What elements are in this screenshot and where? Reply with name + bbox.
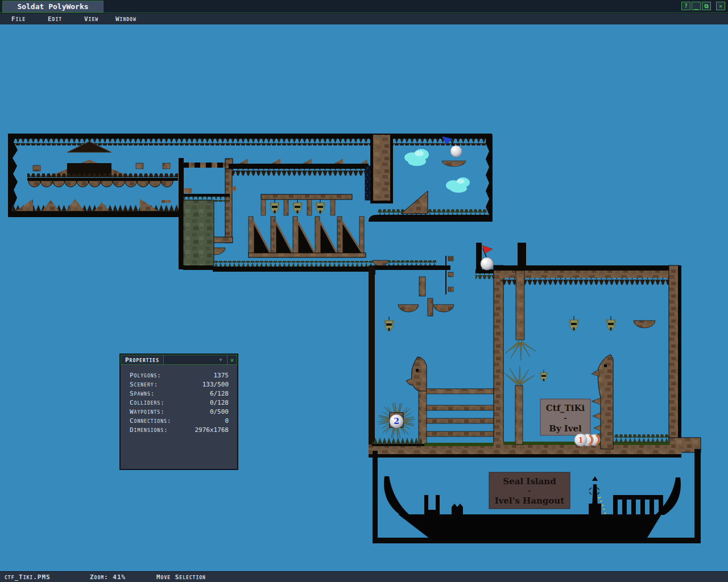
property-value: 2976x1768 <box>195 426 229 435</box>
status-bar: ctf_Tiki.PMS Zoom: 41% Move Selection <box>0 571 728 582</box>
properties-panel-title: Properties <box>121 355 164 364</box>
property-value: 0/500 <box>210 408 229 417</box>
property-label: Dimensions: <box>130 426 168 435</box>
sign-line: - <box>564 414 566 422</box>
sign-line: Ivel's Hangout <box>495 496 564 506</box>
minimize-button[interactable]: _ <box>692 2 701 10</box>
property-value: 0/128 <box>210 399 229 408</box>
menu-view[interactable]: View <box>84 15 98 23</box>
property-label: Scenery: <box>130 381 158 390</box>
close-button[interactable]: ✕ <box>716 2 725 10</box>
menu-file[interactable]: File <box>11 15 26 23</box>
property-row-scenery: Scenery: 133/500 <box>130 381 229 390</box>
property-row-polygons: Polygons: 1375 <box>130 372 229 381</box>
property-row-colliders: Colliders: 0/128 <box>130 399 229 408</box>
title-bar: Soldat PolyWorks ? _ ⧉ ✕ <box>0 0 728 13</box>
property-row-dimensions: Dimensions: 2976x1768 <box>130 426 229 435</box>
status-filename: ctf_Tiki.PMS <box>5 573 51 581</box>
help-button[interactable]: ? <box>681 2 690 10</box>
property-value: 6/128 <box>210 390 229 399</box>
menu-window[interactable]: Window <box>115 15 136 23</box>
properties-panel: Properties ▼ ✕ Polygons: 1375 Scenery: 1… <box>119 354 238 470</box>
property-label: Colliders: <box>130 399 165 408</box>
property-label: Connections: <box>130 417 171 426</box>
property-value: 1375 <box>214 372 229 381</box>
property-label: Spawns: <box>130 390 155 399</box>
property-value: 0 <box>225 417 229 426</box>
property-row-spawns: Spawns: 6/128 <box>130 390 229 399</box>
shell-number: 1 <box>578 436 583 444</box>
property-value: 133/500 <box>202 381 229 390</box>
sign-line: Ctf_TiKi <box>546 403 585 413</box>
property-row-waypoints: Waypoints: 0/500 <box>130 408 229 417</box>
properties-panel-header[interactable]: Properties ▼ ✕ <box>121 355 237 365</box>
window-title: Soldat PolyWorks <box>2 1 104 13</box>
restore-button[interactable]: ⧉ <box>702 2 711 10</box>
sign-line: - <box>528 487 531 495</box>
chevron-down-icon[interactable]: ▼ <box>214 355 227 364</box>
property-label: Polygons: <box>130 372 162 381</box>
menu-edit[interactable]: Edit <box>48 15 62 23</box>
properties-panel-spacer <box>164 355 214 364</box>
properties-panel-body: Polygons: 1375 Scenery: 133/500 Spawns: … <box>121 365 237 435</box>
map-canvas[interactable]: 2 Ctf_TiKi - By Ivel 1 <box>0 24 728 571</box>
property-row-connections: Connections: 0 <box>130 417 229 426</box>
menu-bar: File Edit View Window <box>0 14 728 24</box>
property-label: Waypoints: <box>130 408 165 417</box>
status-active-tool: Move Selection <box>156 573 206 581</box>
canvas-background <box>0 24 728 571</box>
status-zoom-level: Zoom: 41% <box>90 573 126 581</box>
spawn-number: 2 <box>394 417 399 426</box>
sign-line: Seal Island <box>503 476 556 487</box>
map-title-sign: Ctf_TiKi - By Ivel <box>540 399 590 435</box>
sign-line: By Ivel <box>549 423 582 434</box>
shell-scenery[interactable]: 1 <box>574 434 600 446</box>
island-sign: Seal Island - Ivel's Hangout <box>489 472 570 509</box>
close-icon[interactable]: ✕ <box>227 355 237 364</box>
